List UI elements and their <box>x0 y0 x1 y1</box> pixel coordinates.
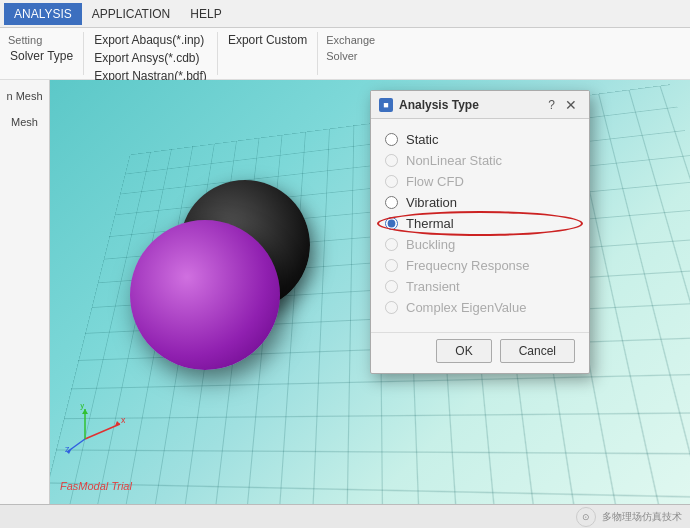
label-flow-cfd: Flow CFD <box>406 174 464 189</box>
option-thermal[interactable]: Thermal <box>385 213 575 234</box>
option-frequency-response[interactable]: Frequecny Response <box>385 255 575 276</box>
dialog-title-text: Analysis Type <box>399 98 544 112</box>
cancel-button[interactable]: Cancel <box>500 339 575 363</box>
dialog-body: Static NonLinear Static Flow CFD Vibrati… <box>371 119 589 332</box>
label-static: Static <box>406 132 439 147</box>
option-buckling[interactable]: Buckling <box>385 234 575 255</box>
option-complex-eigenvalue[interactable]: Complex EigenValue <box>385 297 575 318</box>
label-nonlinear-static: NonLinear Static <box>406 153 502 168</box>
label-transient: Transient <box>406 279 460 294</box>
label-thermal: Thermal <box>406 216 454 231</box>
label-buckling: Buckling <box>406 237 455 252</box>
label-vibration: Vibration <box>406 195 457 210</box>
radio-vibration[interactable] <box>385 196 398 209</box>
dialog-footer: OK Cancel <box>371 332 589 373</box>
option-flow-cfd[interactable]: Flow CFD <box>385 171 575 192</box>
ok-button[interactable]: OK <box>436 339 491 363</box>
option-vibration[interactable]: Vibration <box>385 192 575 213</box>
radio-buckling <box>385 238 398 251</box>
option-static[interactable]: Static <box>385 129 575 150</box>
modal-overlay: ■ Analysis Type ? ✕ Static NonLinear Sta… <box>0 0 690 528</box>
radio-thermal[interactable] <box>385 217 398 230</box>
analysis-type-dialog: ■ Analysis Type ? ✕ Static NonLinear Sta… <box>370 90 590 374</box>
dialog-title-icon: ■ <box>379 98 393 112</box>
label-complex-eigenvalue: Complex EigenValue <box>406 300 526 315</box>
option-nonlinear-static[interactable]: NonLinear Static <box>385 150 575 171</box>
radio-transient <box>385 280 398 293</box>
dialog-help-button[interactable]: ? <box>544 98 559 112</box>
radio-flow-cfd <box>385 175 398 188</box>
dialog-close-button[interactable]: ✕ <box>561 97 581 113</box>
dialog-titlebar: ■ Analysis Type ? ✕ <box>371 91 589 119</box>
radio-frequency-response <box>385 259 398 272</box>
radio-nonlinear-static <box>385 154 398 167</box>
radio-static[interactable] <box>385 133 398 146</box>
label-frequency-response: Frequecny Response <box>406 258 530 273</box>
option-transient[interactable]: Transient <box>385 276 575 297</box>
radio-complex-eigenvalue <box>385 301 398 314</box>
